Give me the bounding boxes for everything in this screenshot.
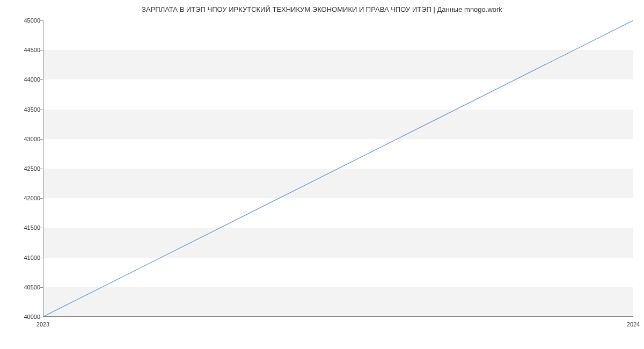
y-tick — [40, 110, 43, 110]
y-tick-label: 40500 — [19, 284, 40, 290]
y-tick-label: 45000 — [19, 17, 40, 24]
plot-area: 4000040500410004150042000425004300043500… — [43, 20, 633, 317]
y-tick — [40, 50, 43, 50]
y-tick-label: 41000 — [19, 255, 40, 261]
y-tick — [40, 287, 43, 288]
y-tick-label: 41500 — [19, 224, 40, 231]
y-tick — [40, 317, 43, 317]
chart-title: ЗАРПЛАТА В ИТЭП ЧПОУ ИРКУТСКИЙ ТЕХНИКУМ … — [0, 0, 644, 13]
y-tick-label: 42500 — [19, 165, 40, 172]
y-tick — [40, 20, 43, 21]
y-tick — [40, 228, 43, 228]
y-tick-label: 43500 — [19, 106, 40, 113]
y-tick-label: 43000 — [19, 136, 40, 142]
y-tick-label: 44500 — [19, 47, 40, 53]
svg-line-0 — [43, 20, 633, 317]
y-tick — [40, 258, 43, 258]
y-tick — [40, 198, 43, 199]
y-tick — [40, 169, 43, 169]
y-tick — [40, 79, 43, 80]
y-tick-label: 44000 — [19, 76, 40, 83]
x-tick-label: 2024 — [627, 321, 640, 328]
x-tick-label: 2023 — [36, 321, 49, 328]
y-tick-label: 40000 — [19, 314, 40, 320]
chart-container: ЗАРПЛАТА В ИТЭП ЧПОУ ИРКУТСКИЙ ТЕХНИКУМ … — [0, 0, 644, 349]
y-tick — [40, 139, 43, 140]
y-tick-label: 42000 — [19, 195, 40, 201]
line-series — [43, 20, 633, 317]
